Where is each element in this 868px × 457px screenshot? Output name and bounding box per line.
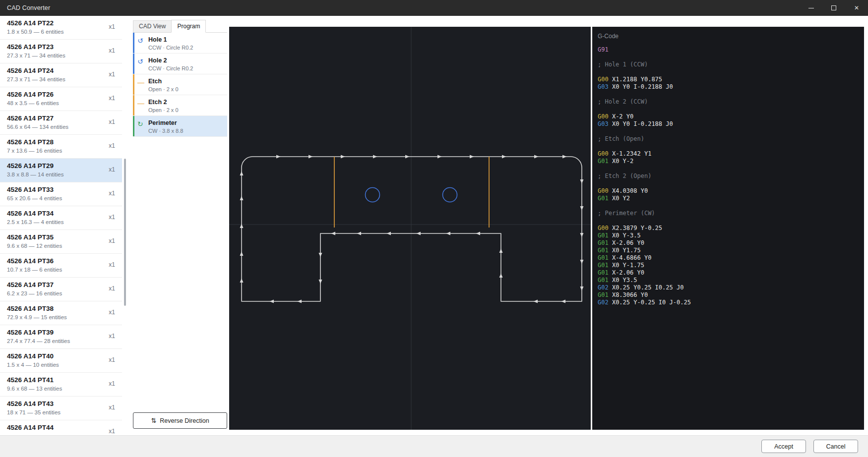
part-item-4526-a14-pt28[interactable]: 4526 A14 PT28 7 x 13.6 — 16 entities x1	[0, 135, 122, 159]
operation-details: CCW · Circle R0.2	[148, 65, 224, 71]
gcode-line: G01 X-4.6866 Y0	[598, 254, 864, 262]
window-title: CAD Converter	[0, 4, 50, 11]
tab-program[interactable]: Program	[171, 20, 206, 33]
reverse-direction-label: Reverse Direction	[160, 417, 209, 424]
cancel-button[interactable]: Cancel	[813, 440, 858, 453]
gcode-comment-line: ; Perimeter (CW)	[598, 210, 864, 217]
part-quantity: x1	[109, 142, 115, 149]
gcode-blank-line	[598, 217, 864, 225]
operations-list: ↺ Hole 1 CCW · Circle R0.2 ↺ Hole 2 CCW …	[133, 33, 227, 137]
part-name: 4526 A14 PT35	[7, 233, 117, 241]
part-item-4526-a14-pt34[interactable]: 4526 A14 PT34 2.5 x 16.3 — 4 entities x1	[0, 206, 122, 230]
part-quantity: x1	[109, 309, 115, 316]
close-button[interactable]: ✕	[845, 0, 868, 16]
gcode-line: G00 X1.2188 Y0.875	[598, 76, 864, 83]
part-item-4526-a14-pt37[interactable]: 4526 A14 PT37 6.2 x 23 — 16 entities x1	[0, 278, 122, 301]
hole-circle-1	[366, 188, 380, 202]
reverse-direction-button[interactable]: ⇅ Reverse Direction	[133, 412, 227, 429]
operation-color-bar	[133, 116, 134, 136]
etch-line-icon: —	[137, 79, 144, 86]
gcode-lines: G91 ; Hole 1 (CCW) G00 X1.2188 Y0.875G03…	[598, 46, 864, 306]
operation-color-bar	[133, 95, 134, 115]
gcode-line: G01 X0 Y-3.5	[598, 232, 864, 239]
gcode-blank-line	[598, 54, 864, 61]
hole-circle-2	[443, 188, 457, 202]
maximize-button[interactable]	[822, 0, 845, 16]
part-name: 4526 A14 PT44	[7, 424, 117, 431]
part-name: 4526 A14 PT39	[7, 329, 117, 336]
part-item-4526-a14-pt29[interactable]: 4526 A14 PT29 3.8 x 8.8 — 14 entities x1	[0, 159, 122, 182]
gcode-line: G01 X-2.06 Y0	[598, 239, 864, 247]
part-details: 7 x 13.6 — 16 entities	[7, 148, 117, 154]
part-item-4526-a14-pt27[interactable]: 4526 A14 PT27 56.6 x 64 — 134 entities x…	[0, 111, 122, 135]
part-details: 27.3 x 71 — 34 entities	[7, 53, 117, 58]
close-icon: ✕	[854, 4, 859, 11]
part-quantity: x1	[109, 118, 115, 125]
cad-canvas[interactable]	[229, 27, 591, 430]
part-name: 4526 A14 PT33	[7, 186, 117, 193]
operation-details: Open · 2 x 0	[148, 86, 224, 92]
part-details: 65 x 20.6 — 4 entities	[7, 195, 117, 201]
parts-list: 4526 A14 PT22 1.8 x 50.9 — 6 entities x1…	[0, 16, 122, 435]
operation-color-bar	[133, 33, 134, 53]
gcode-line: G03 X0 Y0 I-0.2188 J0	[598, 120, 864, 128]
operation-item-etch-2[interactable]: — Etch 2 Open · 2 x 0	[133, 95, 227, 116]
gcode-line: G91	[598, 46, 864, 54]
sidebar-scrollbar[interactable]	[124, 16, 126, 435]
operation-item-hole-1[interactable]: ↺ Hole 1 CCW · Circle R0.2	[133, 33, 227, 54]
part-quantity: x1	[109, 333, 115, 340]
content-area: 4526 A14 PT22 1.8 x 50.9 — 6 entities x1…	[0, 16, 868, 435]
part-item-4526-a14-pt36[interactable]: 4526 A14 PT36 10.7 x 18 — 6 entities x1	[0, 254, 122, 278]
part-item-4526-a14-pt38[interactable]: 4526 A14 PT38 72.9 x 4.9 — 15 entities x…	[0, 301, 122, 325]
gcode-blank-line	[598, 202, 864, 210]
part-quantity: x1	[109, 380, 115, 387]
part-item-4526-a14-pt44[interactable]: 4526 A14 PT44 x1	[0, 420, 122, 435]
part-item-4526-a14-pt41[interactable]: 4526 A14 PT41 9.6 x 68 — 13 entities x1	[0, 373, 122, 397]
operation-details: Open · 2 x 0	[148, 107, 224, 113]
gcode-line: G00 X-2 Y0	[598, 113, 864, 120]
part-quantity: x1	[109, 71, 115, 78]
part-item-4526-a14-pt23[interactable]: 4526 A14 PT23 27.3 x 71 — 34 entities x1	[0, 40, 122, 63]
part-quantity: x1	[109, 261, 115, 268]
part-details: 48 x 3.5 — 6 entities	[7, 100, 117, 106]
tab-bar: CAD ViewProgram	[133, 20, 227, 33]
operation-item-perimeter[interactable]: ↻ Perimeter CW · 3.8 x 8.8	[133, 116, 227, 137]
part-details: 56.6 x 64 — 134 entities	[7, 124, 117, 130]
minimize-button[interactable]	[800, 0, 822, 16]
part-item-4526-a14-pt22[interactable]: 4526 A14 PT22 1.8 x 50.9 — 6 entities x1	[0, 16, 122, 40]
operation-item-hole-2[interactable]: ↺ Hole 2 CCW · Circle R0.2	[133, 54, 227, 74]
gcode-panel: G-Code G91 ; Hole 1 (CCW) G00 X1.2188 Y0…	[592, 27, 864, 430]
etch-line-icon: —	[137, 100, 144, 107]
part-name: 4526 A14 PT34	[7, 210, 117, 217]
part-name: 4526 A14 PT38	[7, 305, 117, 312]
operation-name: Etch 2	[148, 99, 224, 106]
part-quantity: x1	[109, 95, 115, 102]
gcode-header: G-Code	[598, 33, 864, 40]
part-item-4526-a14-pt24[interactable]: 4526 A14 PT24 27.3 x 71 — 34 entities x1	[0, 63, 122, 87]
gcode-blank-line	[598, 143, 864, 150]
part-quantity: x1	[109, 237, 115, 244]
gcode-comment-line: ; Etch (Open)	[598, 135, 864, 143]
part-name: 4526 A14 PT26	[7, 91, 117, 98]
part-item-4526-a14-pt40[interactable]: 4526 A14 PT40 1.5 x 4 — 10 entities x1	[0, 349, 122, 373]
sidebar-scrollbar-thumb[interactable]	[124, 159, 126, 306]
part-details: 10.7 x 18 — 6 entities	[7, 267, 117, 273]
program-panel: CAD ViewProgram ↺ Hole 1 CCW · Circle R0…	[133, 16, 227, 435]
accept-button[interactable]: Accept	[761, 440, 806, 453]
operation-item-etch[interactable]: — Etch Open · 2 x 0	[133, 74, 227, 95]
part-item-4526-a14-pt33[interactable]: 4526 A14 PT33 65 x 20.6 — 4 entities x1	[0, 182, 122, 206]
part-name: 4526 A14 PT23	[7, 43, 117, 51]
part-item-4526-a14-pt35[interactable]: 4526 A14 PT35 9.6 x 68 — 12 entities x1	[0, 230, 122, 254]
gcode-blank-line	[598, 165, 864, 172]
ccw-icon: ↺	[137, 58, 143, 65]
gcode-line: G00 X4.0308 Y0	[598, 187, 864, 195]
reverse-direction-icon: ⇅	[151, 417, 156, 424]
part-item-4526-a14-pt26[interactable]: 4526 A14 PT26 48 x 3.5 — 6 entities x1	[0, 87, 122, 111]
part-item-4526-a14-pt39[interactable]: 4526 A14 PT39 27.4 x 77.4 — 28 entities …	[0, 325, 122, 349]
part-details: 2.5 x 16.3 — 4 entities	[7, 219, 117, 225]
part-quantity: x1	[109, 166, 115, 173]
part-item-4526-a14-pt43[interactable]: 4526 A14 PT43 18 x 71 — 35 entities x1	[0, 397, 122, 420]
gcode-line: G02 X0.25 Y0.25 I0.25 J0	[598, 284, 864, 291]
part-details: 1.8 x 50.9 — 6 entities	[7, 29, 117, 35]
tab-cad-view[interactable]: CAD View	[133, 20, 172, 32]
